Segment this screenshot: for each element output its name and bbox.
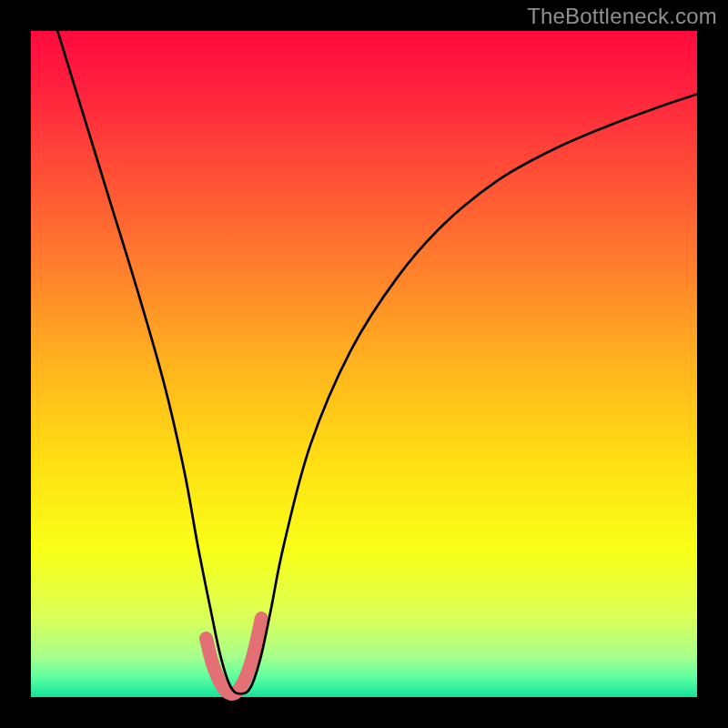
chart-frame: TheBottleneck.com <box>0 0 728 728</box>
bottleneck-chart <box>0 0 728 728</box>
watermark-text: TheBottleneck.com <box>527 4 717 29</box>
